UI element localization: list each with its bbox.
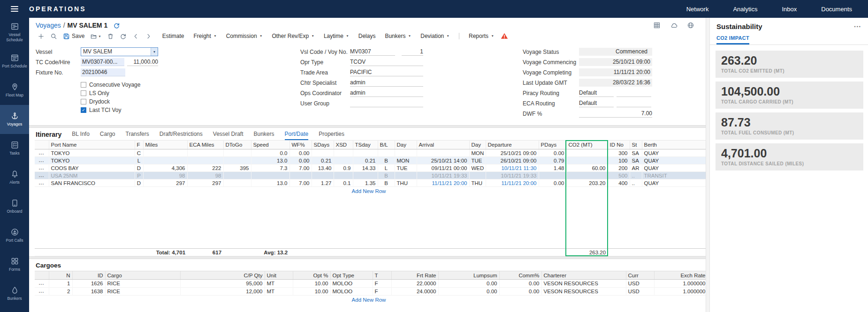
cell[interactable]: 12,000: [180, 288, 265, 296]
toolbar-menu-estimate[interactable]: Estimate: [162, 33, 184, 39]
cell[interactable]: ..: [630, 179, 642, 187]
cell[interactable]: MOLOO: [330, 288, 373, 296]
cell[interactable]: RICE: [105, 280, 180, 288]
cell[interactable]: 11/11/21 20:00: [417, 179, 469, 187]
cell[interactable]: 0.9: [334, 164, 353, 172]
cell[interactable]: [539, 172, 566, 179]
cell[interactable]: 1.27: [312, 179, 334, 187]
eca-routing-field[interactable]: Default: [579, 99, 614, 107]
cell[interactable]: 0.00: [499, 288, 541, 296]
cell[interactable]: 0.00: [539, 179, 566, 187]
tab-bl-info[interactable]: BL Info: [72, 131, 90, 140]
cell[interactable]: 98: [187, 172, 223, 179]
cell[interactable]: [566, 172, 608, 179]
cell[interactable]: 1.35: [353, 179, 378, 187]
cell[interactable]: 0.00: [289, 157, 312, 164]
cell[interactable]: 395: [223, 164, 251, 172]
tab-vessel-draft[interactable]: Vessel Draft: [213, 131, 244, 140]
cell[interactable]: 11/11/21 20:00: [486, 179, 539, 187]
topbar-nav-analytics[interactable]: Analytics: [733, 6, 757, 13]
cell[interactable]: [353, 172, 378, 179]
cell[interactable]: 7.00: [289, 164, 312, 172]
sidebar-item-tasks[interactable]: Tasks: [0, 134, 29, 163]
row-menu-icon[interactable]: •••: [39, 152, 44, 156]
cell[interactable]: F: [373, 288, 391, 296]
cell[interactable]: D: [135, 164, 143, 172]
cell[interactable]: [312, 149, 334, 157]
cell[interactable]: 222: [187, 164, 223, 172]
tab-transfers[interactable]: Transfers: [126, 131, 149, 140]
cell[interactable]: QUAY: [642, 157, 706, 164]
cell[interactable]: 200: [608, 164, 630, 172]
cell[interactable]: 300: [608, 149, 630, 157]
cell[interactable]: B: [378, 157, 395, 164]
vertical-scrollbar[interactable]: [706, 18, 710, 312]
cell[interactable]: [395, 172, 417, 179]
cell[interactable]: [187, 157, 223, 164]
cell[interactable]: 14.33: [353, 164, 378, 172]
vsl-code-voy-no-field-2[interactable]: 1: [402, 48, 423, 56]
sidebar-item-port-calls[interactable]: Port Calls: [0, 221, 29, 250]
tab-properties[interactable]: Properties: [319, 131, 344, 140]
cell[interactable]: 0.00: [539, 149, 566, 157]
cell[interactable]: P: [135, 172, 143, 179]
sidebar-item-forms[interactable]: Forms: [0, 250, 29, 279]
cell[interactable]: 1.000000: [654, 280, 706, 288]
dropdown-arrow-icon[interactable]: ▼: [151, 48, 158, 56]
cell[interactable]: [289, 172, 312, 179]
cell[interactable]: 500: [608, 172, 630, 179]
tab-cargo[interactable]: Cargo: [100, 131, 115, 140]
cell[interactable]: [334, 149, 353, 157]
checkbox-ls-only[interactable]: LS Only: [81, 89, 164, 97]
cell[interactable]: C: [135, 149, 143, 157]
cell[interactable]: 10/11/21 11:30: [486, 164, 539, 172]
chtr-specialist-field[interactable]: admin: [350, 79, 423, 87]
cell[interactable]: USD: [626, 288, 654, 296]
cell[interactable]: 60.00: [566, 164, 608, 172]
cell[interactable]: [143, 157, 187, 164]
trade-area-field[interactable]: PACIFIC: [350, 68, 423, 76]
cell[interactable]: 0.00: [499, 280, 541, 288]
cell[interactable]: WED: [469, 164, 486, 172]
cell[interactable]: [334, 172, 353, 179]
cell[interactable]: 297: [187, 179, 223, 187]
cell[interactable]: 1.48: [539, 164, 566, 172]
toolbar-menu-commission[interactable]: Commission ▼: [226, 33, 263, 39]
sidebar-item-bunkers[interactable]: Bunkers: [0, 279, 29, 308]
cell[interactable]: 0.21: [312, 157, 334, 164]
cell[interactable]: B: [378, 179, 395, 187]
refresh-icon[interactable]: [117, 31, 129, 41]
cell[interactable]: QUAY: [642, 164, 706, 172]
cell[interactable]: COOS BAY: [49, 164, 135, 172]
cell[interactable]: ..: [630, 172, 642, 179]
cell[interactable]: THU: [395, 179, 417, 187]
checkbox-last-tci-voy[interactable]: ✓Last TCI Voy: [81, 106, 164, 114]
tc-code-field[interactable]: MV0307-I00...: [81, 58, 124, 66]
vsl-code-voy-no-field[interactable]: MV0307: [350, 48, 395, 56]
cell[interactable]: SA: [630, 157, 642, 164]
cell[interactable]: TRANSIT: [642, 172, 706, 179]
cell[interactable]: 0.00: [438, 280, 499, 288]
next-icon[interactable]: [142, 31, 155, 41]
sidebar-item-vessel-schedule[interactable]: Vessel Schedule: [0, 18, 29, 47]
user-group-field[interactable]: [350, 99, 423, 107]
cell[interactable]: 0.0: [251, 149, 289, 157]
breadcrumb-voyages-link[interactable]: Voyages: [36, 22, 61, 29]
cell[interactable]: QUAY: [642, 179, 706, 187]
cell[interactable]: 1626: [72, 280, 105, 288]
opr-type-field[interactable]: TCOV: [350, 58, 423, 66]
prev-icon[interactable]: [129, 31, 142, 41]
globe-icon[interactable]: [687, 22, 694, 29]
row-menu-icon[interactable]: •••: [39, 290, 44, 294]
cell[interactable]: L: [135, 157, 143, 164]
cell[interactable]: 26/10/21 09:00: [486, 157, 539, 164]
vessel-select[interactable]: MV SALEM ▼: [81, 47, 158, 56]
row-menu-icon[interactable]: •••: [39, 182, 44, 186]
cell[interactable]: 13.0: [251, 179, 289, 187]
cell[interactable]: 13.0: [251, 157, 289, 164]
cell[interactable]: 22.0000: [391, 280, 438, 288]
cell[interactable]: 13.40: [312, 164, 334, 172]
cell[interactable]: 297: [143, 179, 187, 187]
cell[interactable]: 0.21: [353, 157, 378, 164]
cell[interactable]: USA 25NM: [49, 172, 135, 179]
